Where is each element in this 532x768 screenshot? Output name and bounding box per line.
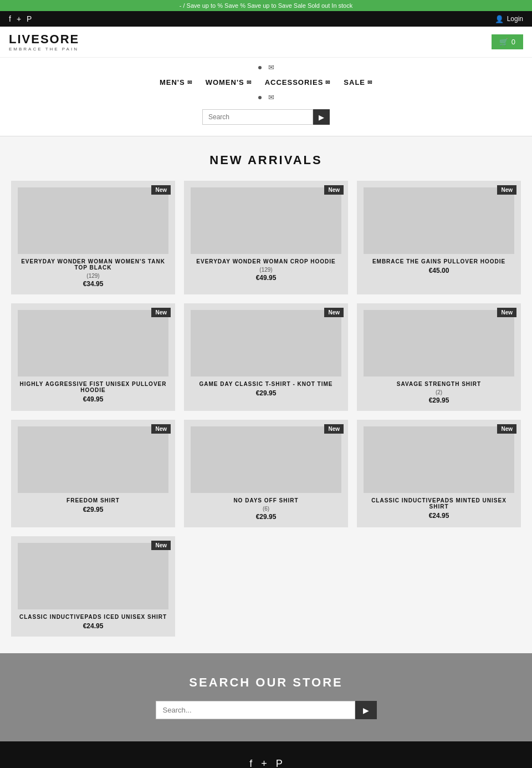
new-badge: New (497, 185, 516, 195)
new-badge: New (151, 308, 171, 317)
search-store-section: SEARCH OUR STORE ▶ (0, 653, 532, 741)
facebook-icon[interactable]: f (9, 14, 11, 23)
footer: f + P CUSTOMER SERVICE Contact Us Shippi… (0, 741, 532, 768)
social-links: f + P (9, 14, 32, 23)
new-badge: New (497, 424, 516, 434)
product-price: €29.95 (83, 506, 104, 513)
product-card[interactable]: NewGAME DAY CLASSIC T-SHIRT - KNOT TIME€… (184, 303, 348, 411)
product-price: €24.95 (83, 622, 104, 630)
product-price: €45.00 (429, 267, 449, 274)
announcement-bar: - / Save up to % Save % Save up to Save … (0, 0, 532, 11)
product-image (18, 310, 168, 377)
product-image (364, 426, 514, 493)
product-name: GAME DAY CLASSIC T-SHIRT - KNOT TIME (199, 381, 332, 387)
nav-bottom-row: ✉ (0, 91, 532, 104)
cart-icon: 🛒 (499, 38, 508, 46)
product-rating: (6) (263, 506, 269, 512)
nav-envelope-2: ✉ (268, 93, 274, 101)
chevron-icon-accessories: ✉ (325, 79, 330, 85)
new-badge: New (151, 185, 171, 195)
login-button[interactable]: Login (507, 15, 523, 23)
nav-item-mens[interactable]: MEN'S ✉ (160, 78, 192, 87)
new-badge: New (151, 424, 171, 434)
product-name: EVERYDAY WONDER WOMAN CROP HOODIE (196, 258, 335, 265)
nav-main-row: MEN'S ✉ WOMEN'S ✉ ACCESSORIES ✉ SALE ✉ (0, 74, 532, 91)
product-rating: (129) (86, 273, 99, 279)
new-badge: New (151, 541, 171, 550)
product-card[interactable]: NewSAVAGE STRENGTH SHIRT(2)€29.95 (357, 303, 521, 411)
new-badge: New (324, 185, 344, 195)
product-name: CLASSIC INDUCTIVEPADS ICED UNISEX SHIRT (19, 614, 167, 620)
product-name: EMBRACE THE GAINS PULLOVER HOODIE (372, 258, 505, 265)
footer-pinterest-icon[interactable]: P (276, 758, 283, 768)
nav-search-input[interactable] (202, 109, 313, 125)
search-store-form: ▶ (11, 701, 521, 719)
new-badge: New (324, 308, 344, 317)
product-card[interactable]: NewNO DAYS OFF SHIRT(6)€29.95 (184, 420, 348, 527)
nav-dot-2 (258, 96, 262, 99)
nav-item-sale[interactable]: SALE ✉ (344, 78, 372, 87)
user-icon: 👤 (495, 15, 504, 23)
product-image (191, 187, 341, 254)
logo-main: LIVESORE (9, 32, 79, 47)
product-name: HIGHLY AGGRESSIVE FIST UNISEX PULLOVER H… (18, 381, 168, 393)
product-image (191, 426, 341, 493)
product-price: €29.95 (429, 396, 449, 404)
top-bar: f + P 👤 Login (0, 11, 532, 27)
product-name: EVERYDAY WONDER WOMAN WOMEN'S TANK TOP B… (18, 258, 168, 271)
product-price: €29.95 (256, 513, 277, 521)
product-price: €24.95 (429, 512, 449, 520)
product-card[interactable]: NewEVERYDAY WONDER WOMAN WOMEN'S TANK TO… (11, 181, 175, 294)
product-name: FREEDOM SHIRT (66, 497, 120, 503)
footer-facebook-icon[interactable]: f (249, 758, 252, 768)
product-card[interactable]: NewCLASSIC INDUCTIVEPADS ICED UNISEX SHI… (11, 536, 175, 637)
product-price: €34.95 (83, 280, 104, 288)
new-arrivals-title: NEW ARRIVALS (11, 153, 521, 167)
search-store-title: SEARCH OUR STORE (11, 675, 521, 690)
cart-count: 0 (511, 38, 515, 46)
products-grid: NewEVERYDAY WONDER WOMAN WOMEN'S TANK TO… (11, 181, 521, 637)
product-image (364, 310, 514, 377)
product-card[interactable]: NewFREEDOM SHIRT€29.95 (11, 420, 175, 527)
product-image (18, 426, 168, 493)
product-price: €29.95 (256, 389, 277, 397)
nav-envelope-1: ✉ (268, 63, 274, 72)
product-image (191, 310, 341, 377)
search-store-input[interactable] (156, 701, 355, 719)
product-card[interactable]: NewHIGHLY AGGRESSIVE FIST UNISEX PULLOVE… (11, 303, 175, 411)
logo[interactable]: LIVESORE EMBRACE THE PAIN (9, 32, 79, 52)
chevron-icon-mens: ✉ (187, 79, 192, 85)
product-rating: (2) (436, 389, 442, 395)
nav-item-womens[interactable]: WOMEN'S ✉ (206, 78, 252, 87)
nav-search-area: ▶ (0, 104, 532, 133)
footer-social: f + P (11, 758, 521, 768)
product-name: SAVAGE STRENGTH SHIRT (397, 381, 481, 387)
plus-icon[interactable]: + (17, 14, 21, 23)
footer-plus-icon[interactable]: + (261, 758, 267, 768)
product-card[interactable]: NewCLASSIC INDUCTIVEPADS MINTED UNISEX S… (357, 420, 521, 527)
nav-top-row: ✉ (0, 61, 532, 74)
nav-dot-1 (258, 66, 262, 69)
product-name: CLASSIC INDUCTIVEPADS MINTED UNISEX SHIR… (364, 497, 514, 510)
product-price: €49.95 (256, 274, 277, 282)
header: LIVESORE EMBRACE THE PAIN 🛒 0 (0, 27, 532, 58)
product-price: €49.95 (83, 395, 104, 403)
nav-item-accessories[interactable]: ACCESSORIES ✉ (265, 78, 331, 87)
chevron-icon-sale: ✉ (367, 79, 372, 85)
login-area: 👤 Login (495, 15, 523, 23)
new-arrivals-section: NEW ARRIVALS NewEVERYDAY WONDER WOMAN WO… (0, 136, 532, 653)
product-image (18, 543, 168, 609)
search-store-button[interactable]: ▶ (355, 701, 377, 719)
product-card[interactable]: NewEMBRACE THE GAINS PULLOVER HOODIE€45.… (357, 181, 521, 294)
chevron-icon-womens: ✉ (247, 79, 252, 85)
product-name: NO DAYS OFF SHIRT (233, 497, 298, 503)
cart-button[interactable]: 🛒 0 (492, 34, 523, 49)
product-image (18, 187, 168, 254)
product-image (364, 187, 514, 254)
nav-search-button[interactable]: ▶ (313, 109, 330, 125)
navigation: ✉ MEN'S ✉ WOMEN'S ✉ ACCESSORIES ✉ SALE ✉… (0, 58, 532, 136)
logo-sub: EMBRACE THE PAIN (9, 47, 79, 52)
pinterest-icon[interactable]: P (27, 14, 32, 23)
product-card[interactable]: NewEVERYDAY WONDER WOMAN CROP HOODIE(129… (184, 181, 348, 294)
product-rating: (129) (259, 267, 272, 273)
